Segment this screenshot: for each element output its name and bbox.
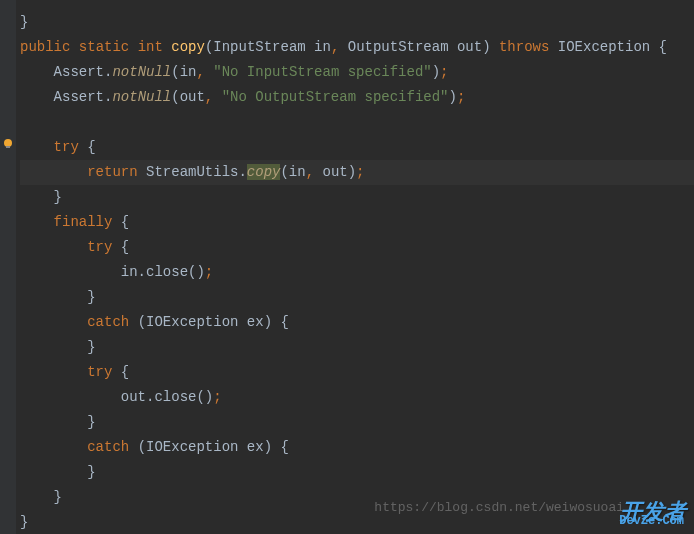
code-line: in.close(); <box>20 260 694 285</box>
code-line: try { <box>20 135 694 160</box>
svg-point-0 <box>4 139 12 147</box>
code-line: } <box>20 410 694 435</box>
code-line: catch (IOException ex) { <box>20 435 694 460</box>
code-line: out.close(); <box>20 385 694 410</box>
code-line: } <box>20 460 694 485</box>
code-line: try { <box>20 235 694 260</box>
code-line: Assert.notNull(in, "No InputStream speci… <box>20 60 694 85</box>
code-editor[interactable]: } public static int copy(InputStream in,… <box>0 0 694 534</box>
code-line: finally { <box>20 210 694 235</box>
code-line: catch (IOException ex) { <box>20 310 694 335</box>
code-line <box>20 110 694 135</box>
code-line: public static int copy(InputStream in, O… <box>20 35 694 60</box>
code-line: } <box>20 185 694 210</box>
code-line: Assert.notNull(out, "No OutputStream spe… <box>20 85 694 110</box>
code-line: } <box>20 285 694 310</box>
code-line: try { <box>20 360 694 385</box>
code-line-highlighted: return StreamUtils.copy(in, out); <box>20 160 694 185</box>
code-line: } <box>20 335 694 360</box>
lightbulb-icon[interactable] <box>2 138 14 150</box>
watermark-url: https://blog.csdn.net/weiwosuoai <box>374 495 624 520</box>
code-line: } <box>20 10 694 35</box>
watermark-sub: DevZe.Com <box>619 509 684 534</box>
svg-rect-1 <box>6 146 10 148</box>
editor-gutter <box>0 0 16 534</box>
